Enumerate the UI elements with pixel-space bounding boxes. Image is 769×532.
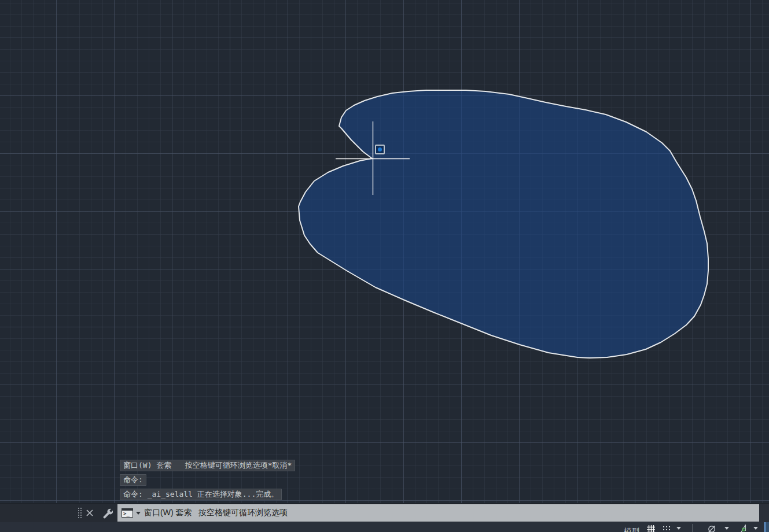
command-line-row: >_ 窗口(W) 套索 按空格键可循环浏览选项 [0,504,769,522]
command-history-line: 窗口(W) 套索 按空格键可循环浏览选项*取消* [120,460,295,471]
wrench-glyph [102,508,113,519]
close-x-glyph [86,509,93,516]
object-snap-toggle-button[interactable] [738,523,749,532]
command-history-line: 命令: [120,474,146,486]
status-bar-separator [692,524,693,532]
recent-commands-chevron-down-icon[interactable] [136,512,141,515]
model-tab-label[interactable]: 模型 [624,527,640,532]
grid-display-toggle-button[interactable] [643,523,658,532]
snap-mode-chevron-down-icon[interactable] [676,527,681,530]
status-bar: 模型 [0,522,769,532]
snap-dots-icon [663,526,664,527]
close-icon[interactable] [85,508,94,518]
lasso-badge-dot-icon [378,147,382,152]
isometric-chevron-down-icon[interactable] [724,527,729,530]
command-prompt-icon[interactable]: >_ [122,508,133,518]
object-snap-icon [738,524,749,532]
lasso-cursor-badge [375,145,385,154]
object-snap-chevron-down-icon[interactable] [753,527,758,530]
circle-slash-icon [707,524,717,532]
lasso-selection-region [299,90,708,358]
snap-mode-toggle-button[interactable] [663,526,670,532]
command-input-bar[interactable]: >_ 窗口(W) 套索 按空格键可循环浏览选项 [117,504,759,522]
selection-overlay [0,0,769,503]
command-history-line: 命令: _ai_selall 正在选择对象...完成。 [120,489,282,500]
command-bar-right-corner [759,504,769,522]
drag-grip-handle[interactable] [78,508,82,519]
clipped-toggle-button[interactable] [764,522,769,532]
command-dock: >_ 窗口(W) 套索 按空格键可循环浏览选项 模型 [0,503,769,532]
isometric-drafting-toggle-button[interactable] [706,523,718,532]
application-window: 窗口(W) 套索 按空格键可循环浏览选项*取消* 命令: 命令: _ai_sel… [0,0,769,532]
customize-wrench-icon[interactable] [101,507,113,519]
command-prompt-text[interactable]: 窗口(W) 套索 按空格键可循环浏览选项 [144,508,288,518]
grid-icon [646,524,656,532]
prompt-icon-glyph: >_ [123,511,130,517]
model-space-canvas[interactable]: 窗口(W) 套索 按空格键可循环浏览选项*取消* 命令: 命令: _ai_sel… [0,0,769,503]
